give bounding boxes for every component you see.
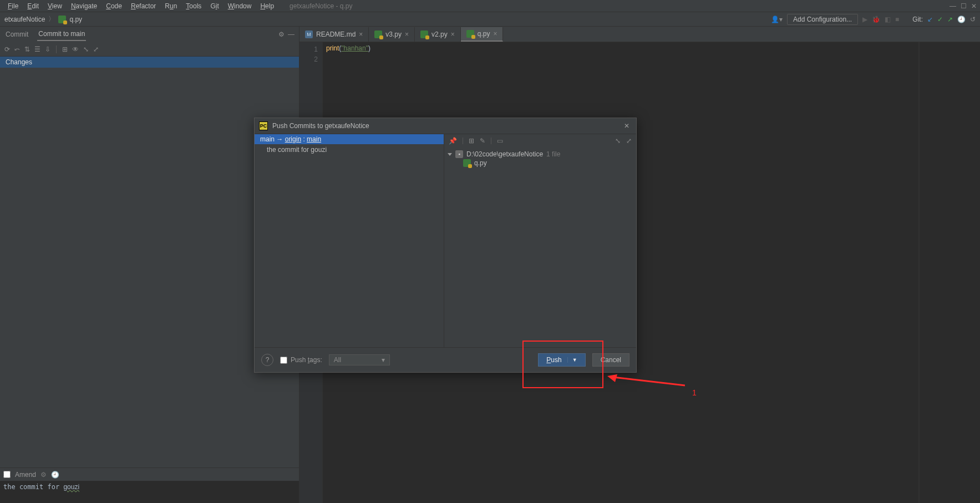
dialog-close-icon[interactable]: ✕ [622, 122, 632, 130]
add-configuration-button[interactable]: Add Configuration... [787, 14, 858, 25]
tree-root-path: D:\02code\getxaufeNotice [466, 150, 543, 158]
changelist-icon[interactable]: ☰ [34, 45, 40, 53]
changed-files-panel: 📌 ⊞ ✎ ▭ ⤡ ⤢ ▪ D:\02code\getxaufeNotice 1… [444, 134, 636, 347]
edit-icon[interactable]: ✎ [480, 137, 485, 145]
code-token: print [326, 44, 339, 52]
tree-file-name: q.py [474, 159, 487, 167]
branch-mapping-row[interactable]: main → origin : main [255, 134, 444, 144]
git-commit-icon[interactable]: ✓ [937, 16, 943, 23]
commit-item[interactable]: the commit for gouzi [255, 144, 444, 155]
shelve-icon[interactable]: ⇩ [45, 45, 50, 53]
file-count: 1 file [546, 150, 560, 158]
window-close-icon[interactable]: ✕ [971, 2, 977, 10]
remote-name[interactable]: origin [285, 135, 301, 143]
close-tab-icon[interactable]: × [405, 31, 409, 38]
commit-message-input[interactable]: the commit for gouzi [0, 481, 299, 503]
menu-view[interactable]: View [43, 1, 67, 11]
editor-tab-v2[interactable]: v2.py × [415, 27, 461, 42]
folder-icon: ▪ [455, 150, 463, 158]
amend-checkbox[interactable] [3, 471, 11, 478]
breadcrumb-project[interactable]: etxaufeNotice [4, 16, 45, 23]
diff-icon[interactable]: ⇅ [24, 45, 30, 53]
tree-file-row[interactable]: q.py [448, 159, 633, 167]
user-icon[interactable]: 👤▾ [771, 16, 783, 23]
chevron-down-icon[interactable] [448, 153, 452, 156]
refresh-icon[interactable]: ⟳ [4, 45, 10, 53]
pin-icon[interactable]: 📌 [449, 137, 457, 145]
push-tags-select[interactable]: All ▾ [329, 354, 390, 365]
menu-bar: File Edit View Navigate Code Refactor Ru… [0, 0, 980, 12]
editor-tab-readme[interactable]: M README.md × [299, 27, 369, 42]
git-push-icon[interactable]: ↗ [947, 16, 953, 23]
commit-history-icon[interactable]: 🕘 [51, 471, 59, 479]
breadcrumb-file[interactable]: q.py [69, 16, 82, 23]
python-file-icon [420, 31, 428, 38]
tree-root-row[interactable]: ▪ D:\02code\getxaufeNotice 1 file [448, 150, 633, 159]
menu-edit[interactable]: Edit [23, 1, 43, 11]
local-branch: main [260, 135, 275, 143]
debug-icon[interactable]: 🐞 [872, 16, 880, 23]
push-tags-value: All [334, 356, 341, 364]
collapse-all-icon[interactable]: ⤢ [626, 137, 632, 145]
remote-branch[interactable]: main [307, 135, 321, 143]
python-file-icon [58, 16, 66, 23]
show-icon[interactable]: 👁 [72, 45, 79, 53]
expand-all-icon[interactable]: ⤡ [615, 137, 621, 145]
svg-marker-1 [607, 374, 617, 382]
editor-tab-q[interactable]: q.py × [461, 27, 504, 42]
annotation-box [522, 341, 603, 388]
python-file-icon [463, 159, 471, 167]
navigation-bar: etxaufeNotice 〉 q.py 👤▾ Add Configuratio… [0, 12, 980, 27]
breadcrumb-separator-icon: 〉 [48, 14, 55, 24]
collapse-icon[interactable]: ⤢ [93, 45, 99, 53]
editor-right-gutter [919, 42, 980, 503]
line-number: 1 [299, 44, 318, 54]
gear-icon[interactable]: ⚙ [278, 31, 285, 38]
menu-navigate[interactable]: Navigate [67, 1, 101, 11]
run-icon[interactable]: ▶ [862, 16, 867, 23]
commit-options-gear-icon[interactable]: ⚙ [40, 471, 47, 479]
menu-refactor[interactable]: Refactor [126, 1, 160, 11]
line-number: 2 [299, 54, 318, 64]
breadcrumb: etxaufeNotice 〉 q.py [4, 14, 82, 24]
menu-help[interactable]: Help [256, 1, 278, 11]
help-icon[interactable]: ? [261, 354, 273, 366]
markdown-file-icon: M [305, 31, 313, 38]
tab-label: v3.py [385, 31, 402, 38]
commits-list: main → origin : main the commit for gouz… [255, 134, 444, 347]
close-tab-icon[interactable]: × [451, 31, 455, 38]
window-maximize-icon[interactable]: ☐ [961, 2, 967, 10]
push-tags-checkbox[interactable] [280, 357, 287, 364]
coverage-icon[interactable]: ◧ [885, 16, 891, 23]
tab-label: README.md [316, 31, 356, 38]
menu-window[interactable]: Window [224, 1, 256, 11]
menu-tools[interactable]: Tools [181, 1, 206, 11]
close-tab-icon[interactable]: × [359, 31, 363, 38]
editor-tabs: M README.md × v3.py × v2.py × q.py × [299, 27, 980, 42]
pycharm-logo-icon: PC [259, 121, 268, 130]
group-by-icon[interactable]: ⊞ [62, 45, 68, 53]
git-rollback-icon[interactable]: ↺ [970, 16, 976, 23]
tab-commit[interactable]: Commit [4, 28, 29, 40]
stop-icon[interactable]: ■ [895, 16, 899, 23]
window-minimize-icon[interactable]: — [949, 2, 956, 10]
close-tab-icon[interactable]: × [493, 30, 497, 38]
svg-line-0 [613, 377, 685, 385]
group-icon[interactable]: ⊞ [469, 137, 474, 145]
code-token: "hanhan" [341, 44, 368, 52]
git-history-icon[interactable]: 🕘 [957, 16, 966, 23]
hide-icon[interactable]: — [288, 31, 294, 38]
dialog-titlebar: PC Push Commits to getxaufeNotice ✕ [255, 118, 636, 134]
tab-commit-to-branch[interactable]: Commit to main [37, 28, 86, 41]
push-commits-dialog: PC Push Commits to getxaufeNotice ✕ main… [254, 118, 637, 373]
changes-node[interactable]: Changes [0, 57, 299, 68]
menu-run[interactable]: Run [160, 1, 181, 11]
preview-icon[interactable]: ▭ [497, 137, 503, 145]
editor-tab-v3[interactable]: v3.py × [369, 27, 415, 42]
menu-git[interactable]: Git [206, 1, 223, 11]
expand-icon[interactable]: ⤡ [83, 45, 89, 53]
git-update-icon[interactable]: ↙ [927, 16, 933, 23]
menu-code[interactable]: Code [101, 1, 126, 11]
menu-file[interactable]: File [3, 1, 23, 11]
rollback-icon[interactable]: ⤺ [14, 45, 20, 53]
